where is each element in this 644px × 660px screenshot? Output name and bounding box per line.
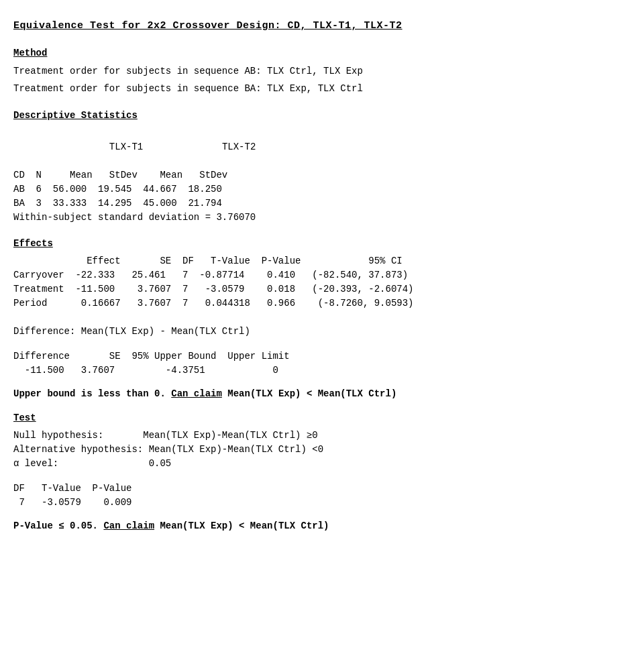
descriptive-col-header2: TLX-T2 (222, 142, 256, 152)
difference-label: Difference: Mean(TLX Exp) - Mean(TLX Ctr… (13, 324, 624, 339)
upper-bound-text2: Mean(TLX Exp) < Mean(TLX Ctrl) (222, 388, 396, 399)
test-alt-hyp: Alternative hypothesis: Mean(TLX Exp)-Me… (13, 443, 624, 457)
effects-heading: Effects (13, 238, 624, 249)
descriptive-row-headers: CD N Mean StDev Mean StDev (13, 168, 624, 182)
effects-carryover: Carryover -22.333 25.461 7 -0.87714 0.41… (13, 268, 624, 282)
upper-bound-claim: Can claim (171, 388, 222, 399)
test-heading: Test (13, 412, 624, 423)
effects-col-headers: Effect SE DF T-Value P-Value 95% CI (13, 254, 624, 268)
pvalue-text2: Mean(TLX Exp) < Mean(TLX Ctrl) (154, 520, 329, 531)
test-alpha: α level: 0.05 (13, 457, 624, 471)
descriptive-col-header2-indent (143, 142, 222, 152)
descriptive-col-header1-indent (36, 142, 109, 152)
method-line1: Treatment order for subjects in sequence… (13, 64, 624, 78)
effects-period: Period 0.16667 3.7607 7 0.044318 0.966 (… (13, 296, 624, 311)
pvalue-text1: P-Value ≤ 0.05. (13, 520, 103, 531)
method-line2: Treatment order for subjects in sequence… (13, 81, 624, 96)
descriptive-within-subject: Within-subject standard deviation = 3.76… (13, 211, 624, 225)
descriptive-col-header1: TLX-T1 (109, 142, 143, 152)
pvalue-claim: Can claim (103, 520, 154, 531)
descriptive-row-ba: BA 3 33.333 14.295 45.000 21.794 (13, 197, 624, 211)
test-df-header: DF T-Value P-Value (13, 482, 624, 496)
descriptive-heading: Descriptive Statistics (13, 110, 624, 121)
difference-values: -11.500 3.7607 -4.3751 0 (13, 364, 624, 378)
upper-bound-text1: Upper bound is less than 0. (13, 388, 171, 399)
effects-treatment: Treatment -11.500 3.7607 7 -3.0579 0.018… (13, 282, 624, 296)
main-title: Equivalence Test for 2x2 Crossover Desig… (13, 20, 624, 32)
test-null-hyp: Null hypothesis: Mean(TLX Exp)-Mean(TLX … (13, 429, 624, 443)
difference-headers: Difference SE 95% Upper Bound Upper Limi… (13, 349, 624, 364)
descriptive-row-ab: AB 6 56.000 19.545 44.667 18.250 (13, 182, 624, 197)
method-heading: Method (13, 48, 624, 58)
test-df-values: 7 -3.0579 0.009 (13, 496, 624, 510)
